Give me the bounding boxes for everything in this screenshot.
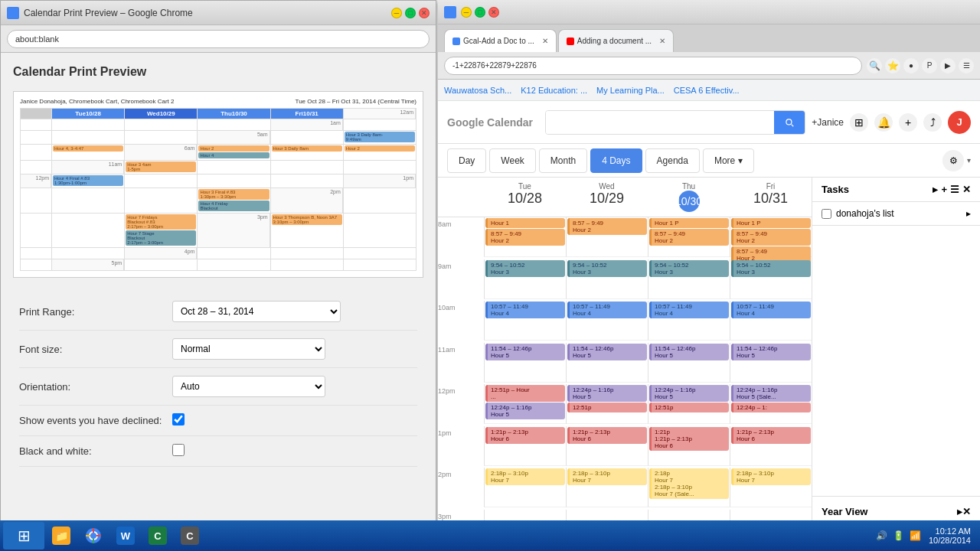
taskbar-explorer[interactable]: 📁 — [46, 522, 77, 549]
event-thu-hour4[interactable]: 10:57 – 11:49Hour 4 — [649, 302, 729, 318]
event-fri-hour2a[interactable]: 8:57 – 9:49Hour 2 — [731, 229, 811, 246]
address-bar[interactable]: about:blank — [7, 30, 430, 48]
gcal-share-icon[interactable]: ⤴ — [923, 113, 942, 132]
event-wed-hour6a[interactable]: 12:51p — [567, 403, 647, 412]
event-tue-hour3[interactable]: 9:54 – 10:52Hour 3 — [485, 260, 565, 277]
tasks-close-icon[interactable]: ✕ — [962, 184, 971, 195]
nav-more-button[interactable]: More ▾ — [703, 148, 754, 173]
tray-icon-2[interactable]: 🔋 — [892, 529, 906, 543]
gcal-search-button[interactable] — [774, 110, 805, 135]
event-tue-hour2[interactable]: 8:57 – 9:49Hour 2 — [485, 229, 565, 246]
cell-wed-8am[interactable]: 8:57 – 9:49Hour 2 — [566, 217, 648, 257]
yt-tab-close-icon[interactable]: ✕ — [659, 37, 665, 45]
gcal-search-box[interactable] — [545, 110, 805, 135]
gcal-user-avatar[interactable]: J — [948, 111, 971, 134]
gcal-notifications-icon[interactable]: 🔔 — [874, 113, 893, 132]
minimize-button[interactable]: ─ — [391, 8, 402, 18]
gcal-settings-arrow[interactable]: ▾ — [967, 156, 971, 165]
nav-month-button[interactable]: Month — [539, 148, 587, 173]
cell-thu-11am[interactable]: 11:54 – 12:46pHour 5 — [648, 343, 730, 383]
cell-wed-9am[interactable]: 9:54 – 10:52Hour 3 — [566, 259, 648, 299]
cell-fri-8am[interactable]: Hour 1 P 8:57 – 9:49Hour 2 8:57 – 9:49Ho… — [730, 217, 812, 257]
cell-wed-2pm[interactable]: 2:18p – 3:10pHour 7 — [566, 468, 648, 507]
print-range-control[interactable]: Oct 28 – 31, 2014 — [172, 301, 417, 322]
event-fri-hour7[interactable]: 2:18p – 3:10pHour 7 — [731, 468, 811, 485]
maximize-button[interactable]: □ — [405, 8, 416, 18]
gcal-window-controls[interactable]: ─ □ ✕ — [461, 7, 499, 18]
show-declined-checkbox[interactable] — [172, 413, 185, 425]
tray-icon-1[interactable]: 🔊 — [875, 529, 889, 543]
event-tue-hour5b[interactable]: 12:24p – 1:16pHour 5 — [485, 403, 565, 419]
event-tue-hour5[interactable]: 11:54 – 12:46pHour 5 — [485, 344, 565, 360]
tasks-list-arrow[interactable]: ▸ — [966, 208, 971, 219]
show-declined-control[interactable] — [172, 413, 417, 428]
event-wed-hour2[interactable]: 8:57 – 9:49Hour 2 — [567, 218, 647, 235]
cell-wed-12pm[interactable]: 12:24p – 1:16pHour 5 12:51p — [566, 384, 648, 424]
event-thu-hour2[interactable]: 8:57 – 9:49Hour 2 — [649, 229, 729, 246]
cell-thu-12pm[interactable]: 12:24p – 1:16pHour 5 12:51p — [648, 384, 730, 424]
font-size-select[interactable]: Normal Small Large — [172, 338, 325, 360]
cell-tue-10am[interactable]: 10:57 – 11:49Hour 4 — [484, 301, 566, 341]
nav-week-button[interactable]: Week — [489, 148, 535, 173]
tray-icon-3[interactable]: 📶 — [909, 529, 923, 543]
event-fri-hour6a[interactable]: 12:24p – 1: — [731, 403, 811, 412]
tasks-list-icon[interactable]: ☰ — [950, 184, 959, 195]
event-wed-hour3[interactable]: 9:54 – 10:52Hour 3 — [567, 260, 647, 277]
nav-4days-button[interactable]: 4 Days — [590, 148, 642, 173]
gcal-plus-icon[interactable]: + — [899, 113, 917, 132]
taskbar-camtasia2[interactable]: C — [175, 522, 205, 549]
event-thu-hour7[interactable]: 2:18pHour 72:18p – 3:10pHour 7 (Sale... — [649, 468, 729, 499]
gcal-close-btn[interactable]: ✕ — [488, 7, 499, 18]
event-fri-hour3[interactable]: 9:54 – 10:52Hour 3 — [731, 260, 811, 277]
event-tue-hour4[interactable]: 10:57 – 11:49Hour 4 — [485, 302, 565, 318]
gcal-search-input[interactable] — [546, 111, 774, 134]
event-fri-hour6b[interactable]: 1:21p – 2:13pHour 6 — [731, 427, 811, 444]
tab-adding-doc[interactable]: Adding a document ... ✕ — [558, 29, 674, 52]
event-thu-hour5[interactable]: 11:54 – 12:46pHour 5 — [649, 344, 729, 360]
event-wed-hour7[interactable]: 2:18p – 3:10pHour 7 — [567, 468, 647, 485]
gcal-ext3-icon[interactable]: ▶ — [940, 58, 956, 73]
event-tue-hour1[interactable]: Hour 1 — [485, 218, 565, 228]
event-wed-hour5b[interactable]: 12:24p – 1:16pHour 5 — [567, 385, 647, 402]
cell-fri-11am[interactable]: 11:54 – 12:46pHour 5 — [730, 343, 812, 383]
cell-tue-8am[interactable]: Hour 1 8:57 – 9:49Hour 2 — [484, 217, 566, 257]
orientation-control[interactable]: Auto Portrait Landscape — [172, 376, 417, 397]
cell-fri-12pm[interactable]: 12:24p – 1:16pHour 5 (Sale... 12:24p – 1… — [730, 384, 812, 424]
bookmark-learning[interactable]: My Learning Pla... — [596, 86, 665, 95]
event-fri-hour5[interactable]: 11:54 – 12:46pHour 5 — [731, 344, 811, 360]
print-range-select[interactable]: Oct 28 – 31, 2014 — [172, 301, 341, 322]
black-white-control[interactable] — [172, 444, 417, 458]
event-thu-hour1[interactable]: Hour 1 P — [649, 218, 729, 228]
event-wed-hour6b[interactable]: 1:21p – 2:13pHour 6 — [567, 427, 647, 444]
start-button[interactable]: ⊞ — [3, 522, 44, 549]
cell-tue-2pm[interactable]: 2:18p – 3:10pHour 7 — [484, 468, 566, 507]
taskbar-camtasia1[interactable]: C — [142, 522, 173, 549]
font-size-control[interactable]: Normal Small Large — [172, 338, 417, 360]
orientation-select[interactable]: Auto Portrait Landscape — [172, 376, 325, 397]
event-tue-hour6b[interactable]: 1:21p – 2:13pHour 6 — [485, 427, 565, 444]
taskbar-chrome[interactable] — [78, 522, 109, 549]
bookmark-k12[interactable]: K12 Education: ... — [521, 86, 587, 95]
gcal-minimize-btn[interactable]: ─ — [461, 7, 472, 18]
gcal-settings-icon[interactable]: ⚙ — [942, 150, 964, 171]
cell-tue-9am[interactable]: 9:54 – 10:52Hour 3 — [484, 259, 566, 299]
tasks-add-icon[interactable]: + — [941, 184, 947, 195]
event-tue-hour6[interactable]: 12:51p – Hour... — [485, 385, 565, 402]
cell-fri-9am[interactable]: 9:54 – 10:52Hour 3 — [730, 259, 812, 299]
cell-wed-10am[interactable]: 10:57 – 11:49Hour 4 — [566, 301, 648, 341]
event-thu-hour6a[interactable]: 12:51p — [649, 403, 729, 412]
cell-thu-2pm[interactable]: 2:18pHour 72:18p – 3:10pHour 7 (Sale... — [648, 468, 730, 507]
event-wed-hour5[interactable]: 11:54 – 12:46pHour 5 — [567, 344, 647, 360]
tab-gcal-add[interactable]: Gcal-Add a Doc to ... ✕ — [444, 29, 557, 52]
event-fri-hour4[interactable]: 10:57 – 11:49Hour 4 — [731, 302, 811, 318]
tasks-expand-icon[interactable]: ▸ — [933, 184, 938, 195]
cell-thu-10am[interactable]: 10:57 – 11:49Hour 4 — [648, 301, 730, 341]
gcal-ext4-icon[interactable]: ☰ — [959, 58, 974, 73]
tasks-list-checkbox[interactable] — [822, 209, 831, 219]
event-thu-hour3[interactable]: 9:54 – 10:52Hour 3 — [649, 260, 729, 277]
bookmark-wauwatosa[interactable]: Wauwatosa Sch... — [444, 86, 511, 95]
event-tue-hour7[interactable]: 2:18p – 3:10pHour 7 — [485, 468, 565, 485]
cell-fri-1pm[interactable]: 1:21p – 2:13pHour 6 — [730, 426, 812, 466]
event-fri-hour5b[interactable]: 12:24p – 1:16pHour 5 (Sale... — [731, 385, 811, 402]
cell-fri-2pm[interactable]: 2:18p – 3:10pHour 7 — [730, 468, 812, 507]
